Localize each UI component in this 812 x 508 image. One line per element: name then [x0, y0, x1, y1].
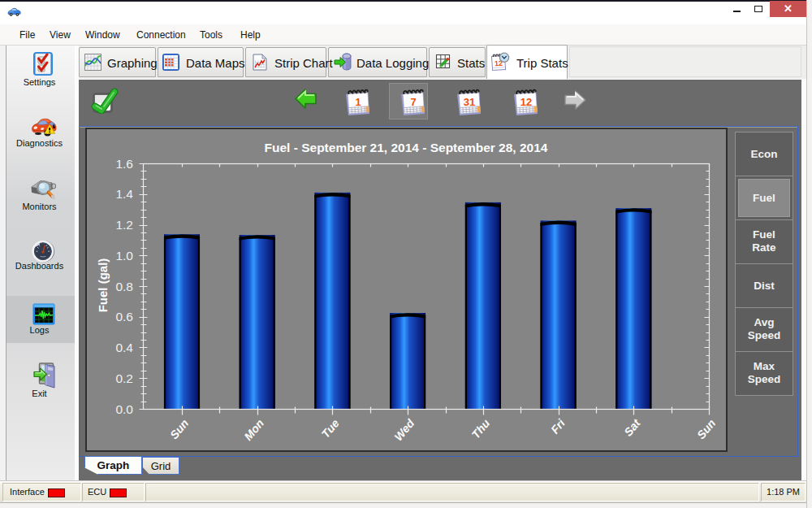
svg-text:Tue: Tue — [319, 416, 342, 440]
svg-text:Fuel - September 21, 2014 - Se: Fuel - September 21, 2014 - September 28… — [265, 141, 548, 154]
svg-text:1.6: 1.6 — [115, 157, 133, 171]
svg-text:Mon: Mon — [241, 417, 266, 443]
svg-text:1.2: 1.2 — [115, 218, 133, 232]
svg-text:7: 7 — [410, 96, 416, 108]
svg-text:31: 31 — [464, 96, 475, 108]
svg-text:Sat: Sat — [621, 416, 643, 439]
svg-text:Fuel (gal): Fuel (gal) — [96, 258, 110, 313]
svg-text:1.4: 1.4 — [115, 187, 133, 201]
svg-text:Fri: Fri — [548, 416, 568, 436]
svg-text:0.4: 0.4 — [115, 341, 133, 354]
svg-text:1: 1 — [355, 96, 361, 108]
svg-text:0.8: 0.8 — [115, 280, 133, 293]
svg-text:12: 12 — [520, 96, 532, 108]
svg-text:0.0: 0.0 — [115, 402, 133, 416]
svg-text:Wed: Wed — [391, 416, 417, 443]
svg-text:Sun: Sun — [167, 417, 191, 442]
svg-text:0.6: 0.6 — [115, 310, 133, 323]
svg-text:Sun: Sun — [694, 417, 718, 442]
svg-text:1.0: 1.0 — [115, 249, 133, 263]
svg-text:0.2: 0.2 — [115, 371, 133, 385]
svg-text:Thu: Thu — [469, 416, 492, 441]
